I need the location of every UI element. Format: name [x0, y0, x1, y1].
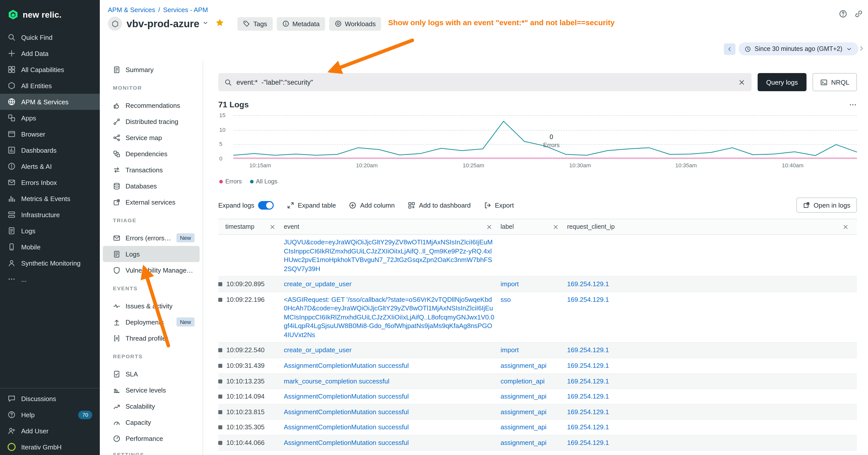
- log-label-link[interactable]: assignment_api: [500, 392, 547, 400]
- log-label-link[interactable]: assignment_api: [500, 408, 547, 416]
- subnav-item-recommendations[interactable]: Recommendations: [103, 97, 199, 113]
- log-event-link[interactable]: AssignmentCompletionMutation successful: [284, 423, 409, 431]
- log-ip-link[interactable]: 169.254.129.1: [567, 392, 609, 400]
- subnav-item-performance[interactable]: Performance: [103, 430, 199, 447]
- sidebar-item-errors-inbox[interactable]: Errors Inbox: [0, 174, 100, 191]
- log-row[interactable]: 10:10:13.235mark_course_completion succe…: [218, 373, 857, 389]
- query-logs-button[interactable]: Query logs: [757, 73, 806, 91]
- log-label-link[interactable]: assignment_api: [500, 439, 547, 447]
- subnav-item-service-levels[interactable]: Service levels: [103, 382, 199, 398]
- query-input[interactable]: [237, 78, 734, 86]
- metadata-button[interactable]: Metadata: [277, 17, 325, 31]
- sidebar-item-infrastructure[interactable]: Infrastructure: [0, 206, 100, 223]
- sidebar-item-logs[interactable]: Logs: [0, 223, 100, 239]
- log-event-link[interactable]: AssignmentCompletionMutation successful: [284, 439, 409, 447]
- subnav-item-transactions[interactable]: Transactions: [103, 162, 199, 178]
- sidebar-item-all-capabilities[interactable]: All Capabilities: [0, 62, 100, 77]
- entity-switcher[interactable]: [203, 19, 209, 28]
- subnav-item-external-services[interactable]: External services: [103, 194, 199, 210]
- expand-logs-toggle[interactable]: [258, 201, 274, 209]
- remove-column-button[interactable]: [553, 224, 559, 230]
- log-label-link[interactable]: import: [500, 280, 519, 288]
- subnav-item-sla[interactable]: SLA: [103, 366, 199, 382]
- tags-button[interactable]: Tags: [238, 17, 273, 31]
- sidebar-item-iterativ-gmbh[interactable]: Iterativ GmbH: [0, 439, 100, 455]
- log-ip-link[interactable]: 169.254.129.1: [567, 280, 609, 288]
- sidebar-item-browser[interactable]: Browser: [0, 126, 100, 142]
- subnav-item-summary[interactable]: Summary: [103, 62, 199, 77]
- log-ip-link[interactable]: 169.254.129.1: [567, 423, 609, 431]
- log-ip-link[interactable]: 169.254.129.1: [567, 362, 609, 369]
- sidebar-item-all-entities[interactable]: All Entities: [0, 77, 100, 94]
- log-label-link[interactable]: sso: [500, 295, 510, 303]
- add-column-button[interactable]: Add column: [344, 201, 400, 209]
- log-event-link[interactable]: AssignmentCompletionMutation successful: [284, 362, 409, 369]
- log-row[interactable]: 10:09:22.540create_or_update_userimport1…: [218, 343, 857, 358]
- log-event-link[interactable]: create_or_update_user: [284, 280, 351, 288]
- subnav-item-thread-profiler[interactable]: Thread profiler: [103, 330, 199, 346]
- log-row[interactable]: 10:10:49.051mark_course_completion succe…: [218, 451, 857, 455]
- remove-column-button[interactable]: [842, 224, 849, 230]
- log-label-link[interactable]: assignment_api: [500, 362, 547, 369]
- sidebar-item-synthetic-monitoring[interactable]: Synthetic Monitoring: [0, 255, 100, 271]
- subnav-item-distributed-tracing[interactable]: Distributed tracing: [103, 113, 199, 130]
- log-row[interactable]: 10:09:22.196<ASGIRequest: GET '/sso/call…: [218, 292, 857, 343]
- sidebar-item-metrics-events[interactable]: Metrics & Events: [0, 191, 100, 206]
- sidebar-item-add-user[interactable]: Add User: [0, 423, 100, 439]
- log-ip-link[interactable]: 169.254.129.1: [567, 439, 609, 447]
- breadcrumb-services-apm[interactable]: Services - APM: [163, 6, 208, 13]
- log-row[interactable]: 10:09:31.439AssignmentCompletionMutation…: [218, 358, 857, 373]
- log-ip-link[interactable]: 169.254.129.1: [567, 408, 609, 416]
- log-label-link[interactable]: completion_api: [500, 377, 545, 385]
- sidebar-item-add-data[interactable]: Add Data: [0, 45, 100, 62]
- open-in-logs-button[interactable]: Open in logs: [797, 197, 857, 213]
- favorite-star-icon[interactable]: [216, 18, 224, 29]
- subnav-item-vulnerability-management[interactable]: Vulnerability Management: [103, 262, 199, 278]
- log-event-link[interactable]: mark_course_completion successful: [284, 454, 390, 455]
- log-ip-link[interactable]: 169.254.129.1: [567, 377, 609, 385]
- log-row[interactable]: 10:10:44.066AssignmentCompletionMutation…: [218, 435, 857, 451]
- log-ip-link[interactable]: 169.254.129.1: [567, 295, 609, 303]
- sidebar-item-quick-find[interactable]: Quick Find: [0, 29, 100, 45]
- permalink-button[interactable]: [852, 7, 865, 20]
- expand-table-button[interactable]: Expand table: [281, 201, 341, 209]
- subnav-item-databases[interactable]: Databases: [103, 178, 199, 194]
- log-row[interactable]: 10:10:23.815AssignmentCompletionMutation…: [218, 404, 857, 420]
- query-box[interactable]: [218, 73, 751, 91]
- sidebar-item-mobile[interactable]: Mobile: [0, 239, 100, 255]
- log-row[interactable]: 10:10:14.094AssignmentCompletionMutation…: [218, 389, 857, 404]
- subnav-item-deployments[interactable]: DeploymentsNew: [103, 314, 199, 330]
- time-range-back-button[interactable]: [724, 43, 736, 55]
- sidebar-item-alerts-ai[interactable]: Alerts & AI: [0, 158, 100, 174]
- workloads-button[interactable]: Workloads: [329, 17, 381, 31]
- subnav-item-dependencies[interactable]: Dependencies: [103, 145, 199, 162]
- legend-item-errors[interactable]: Errors: [219, 178, 242, 185]
- time-range-forward-button[interactable]: [858, 45, 865, 54]
- log-ip-link[interactable]: 169.254.129.1: [567, 454, 609, 455]
- subnav-item-scalability[interactable]: Scalability: [103, 398, 199, 414]
- log-row[interactable]: 10:10:35.305AssignmentCompletionMutation…: [218, 420, 857, 435]
- sidebar-item-apm-services[interactable]: APM & Services: [0, 94, 100, 110]
- log-event-link[interactable]: JUQVU&code=eyJraWQiOiJjcGltY29yZV8wOTl1M…: [284, 238, 493, 272]
- help-button[interactable]: [836, 7, 849, 20]
- breadcrumb-apm-services[interactable]: APM & Services: [108, 6, 155, 13]
- add-to-dashboard-button[interactable]: Add to dashboard: [403, 201, 475, 209]
- log-ip-link[interactable]: 169.254.129.1: [567, 347, 609, 354]
- nrql-button[interactable]: NRQL: [812, 73, 857, 91]
- log-label-link[interactable]: completion_api: [500, 454, 545, 455]
- log-row[interactable]: JUQVU&code=eyJraWQiOiJjcGltY29yZV8wOTl1M…: [218, 235, 857, 277]
- subnav-item-errors-errors-inb[interactable]: Errors (errors inb...New: [103, 230, 199, 246]
- sidebar-item-more[interactable]: ...: [0, 271, 100, 287]
- logs-timeseries-plot[interactable]: 0 Errors: [234, 116, 857, 159]
- log-event-link[interactable]: AssignmentCompletionMutation successful: [284, 392, 409, 400]
- sidebar-item-apps[interactable]: Apps: [0, 110, 100, 126]
- sidebar-item-discussions[interactable]: Discussions: [0, 390, 100, 407]
- log-event-link[interactable]: <ASGIRequest: GET '/sso/callback/?state=…: [284, 295, 494, 338]
- subnav-item-issues-activity[interactable]: Issues & activity: [103, 298, 199, 314]
- subnav-item-logs[interactable]: Logs: [103, 246, 199, 262]
- sidebar-item-dashboards[interactable]: Dashboards: [0, 142, 100, 158]
- time-picker[interactable]: Since 30 minutes ago (GMT+2): [739, 42, 859, 56]
- subnav-item-service-map[interactable]: Service map: [103, 130, 199, 145]
- remove-column-button[interactable]: [269, 224, 276, 230]
- subnav-item-capacity[interactable]: Capacity: [103, 414, 199, 430]
